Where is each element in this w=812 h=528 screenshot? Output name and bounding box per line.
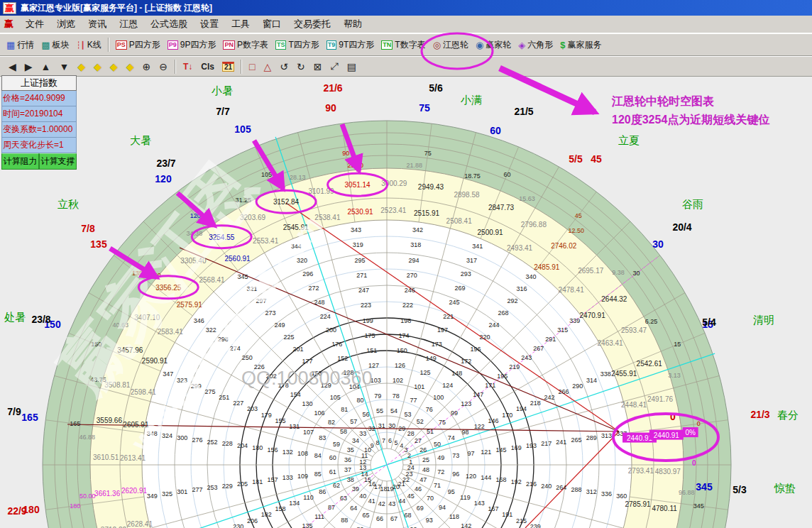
board-button[interactable]: ▤: [343, 60, 361, 73]
svg-text:60: 60: [329, 454, 336, 461]
triangle-tool-button[interactable]: △: [260, 60, 276, 73]
svg-text:198: 198: [400, 317, 411, 324]
svg-text:2500.91: 2500.91: [478, 229, 504, 236]
svg-text:29: 29: [398, 425, 405, 432]
svg-text:171: 171: [485, 382, 495, 389]
app-logo-icon: 赢: [3, 2, 16, 14]
diamond-up-button[interactable]: ◆: [106, 60, 122, 73]
svg-text:4: 4: [400, 442, 403, 449]
diamond-down-button[interactable]: ◆: [122, 60, 138, 73]
svg-text:146: 146: [488, 417, 499, 424]
toolbar-t-table[interactable]: TNT数字表: [378, 38, 429, 53]
menu-item-formula-picker[interactable]: 公式选股: [144, 16, 194, 32]
svg-text:147: 147: [473, 391, 483, 398]
toolbar-9t-square[interactable]: T99T四方形: [323, 38, 378, 53]
svg-text:2: 2: [407, 452, 411, 459]
svg-text:346: 346: [194, 317, 204, 324]
svg-text:121: 121: [481, 449, 491, 456]
svg-text:6.25: 6.25: [645, 318, 658, 325]
zoom-in-button[interactable]: ⊕: [138, 60, 155, 73]
svg-text:124: 124: [442, 382, 453, 389]
menu-item-trade[interactable]: 交易委托: [287, 16, 337, 32]
next-button[interactable]: ▶: [21, 60, 37, 73]
svg-text:192: 192: [511, 478, 522, 485]
svg-text:61: 61: [329, 468, 336, 475]
rotate-ccw-button[interactable]: ↺: [275, 60, 292, 73]
svg-text:317: 317: [466, 257, 477, 264]
zoom-out-button[interactable]: ⊖: [155, 60, 172, 73]
prev-button[interactable]: ◀: [4, 60, 21, 73]
diamond-right-button[interactable]: ◆: [89, 60, 106, 73]
svg-text:56: 56: [363, 411, 370, 418]
svg-text:26: 26: [419, 446, 427, 453]
svg-text:264: 264: [556, 484, 566, 491]
svg-text:273: 273: [265, 309, 275, 317]
svg-text:313: 313: [601, 432, 612, 439]
down-button[interactable]: ▼: [55, 60, 73, 73]
t-line-button[interactable]: T↓: [179, 61, 197, 72]
svg-text:立秋: 立秋: [57, 198, 79, 210]
toolbar-p-square[interactable]: PSP四方形: [112, 38, 164, 53]
menu-item-gann[interactable]: 江恩: [113, 16, 144, 32]
toolbar-p-table[interactable]: PNP数字表: [219, 38, 272, 53]
svg-text:68: 68: [404, 512, 411, 519]
menu-item-news[interactable]: 资讯: [82, 16, 113, 32]
toolbar-hexagon[interactable]: ◈六角形: [515, 38, 556, 53]
toolbar-gann-wheel[interactable]: ◎江恩轮: [429, 38, 472, 53]
cls-button[interactable]: Cls: [197, 61, 219, 72]
drawing-toolbar: ◀ ▶ ▲ ▼ ◆ ◆ ◆ ◆ ⊕ ⊖ T↓ Cls 21 □ △ ↺ ↻ ⊠ …: [0, 56, 812, 77]
svg-text:293: 293: [461, 270, 471, 277]
svg-text:349: 349: [147, 493, 158, 500]
up-button[interactable]: ▲: [37, 60, 55, 73]
svg-text:2620.91: 2620.91: [121, 487, 148, 495]
toolbar-winner-wheel[interactable]: ◉赢家轮: [472, 38, 515, 53]
svg-text:2847.73: 2847.73: [488, 204, 515, 211]
menu-item-tools[interactable]: 工具: [225, 16, 256, 32]
svg-text:50.00: 50.00: [79, 493, 96, 500]
toolbar-winner-service[interactable]: $赢家服务: [556, 38, 605, 53]
svg-text:2440.91: 2440.91: [654, 431, 680, 439]
menu-item-browse[interactable]: 浏览: [50, 16, 82, 32]
toolbar-9p-square[interactable]: P99P四方形: [164, 38, 220, 53]
svg-text:144: 144: [481, 474, 491, 481]
menu-item-file[interactable]: 文件: [19, 16, 50, 32]
svg-text:75: 75: [439, 419, 446, 426]
menu-item-settings[interactable]: 设置: [194, 16, 225, 32]
svg-text:101: 101: [414, 383, 424, 390]
toolbar-t-square[interactable]: TST四方形: [272, 38, 323, 53]
svg-text:105: 105: [330, 394, 341, 401]
svg-text:2898.58: 2898.58: [454, 191, 480, 199]
svg-text:53: 53: [404, 411, 411, 418]
toolbar-quotes[interactable]: ▦行情: [3, 38, 38, 53]
sectors-icon: ▩: [41, 40, 50, 50]
svg-text:288: 288: [571, 486, 582, 493]
square-tool-button[interactable]: □: [245, 60, 259, 73]
diamond-left-button[interactable]: ◆: [73, 60, 89, 73]
menu-item-window[interactable]: 窗口: [256, 16, 287, 32]
svg-text:111: 111: [314, 513, 324, 520]
svg-text:345: 345: [693, 502, 704, 510]
rotate-cw-button[interactable]: ↻: [292, 60, 309, 73]
box-x-button[interactable]: ⊠: [309, 60, 327, 73]
svg-text:130: 130: [302, 400, 313, 407]
svg-text:195: 195: [497, 373, 508, 380]
calc-support-button[interactable]: 计算支撑: [39, 153, 77, 170]
svg-text:134: 134: [289, 500, 300, 507]
expand-button[interactable]: ⤢: [326, 60, 342, 73]
toolbar-sectors[interactable]: ▩板块: [38, 38, 72, 53]
svg-text:31: 31: [378, 422, 385, 429]
calc-resistance-button[interactable]: 计算阻力: [1, 153, 39, 170]
toolbar-kline[interactable]: ┆┃K线: [73, 38, 105, 53]
svg-text:2613.41: 2613.41: [120, 454, 146, 462]
svg-text:194: 194: [516, 405, 527, 412]
svg-text:295: 295: [355, 257, 366, 264]
calendar-button[interactable]: 21: [222, 62, 234, 72]
instrument-name: 上证指数: [1, 75, 77, 91]
svg-text:227: 227: [233, 400, 243, 407]
svg-text:95: 95: [448, 488, 455, 495]
svg-text:126: 126: [395, 362, 405, 369]
menu-item-help[interactable]: 帮助: [337, 16, 368, 32]
svg-text:78: 78: [393, 392, 400, 400]
svg-text:217: 217: [541, 440, 552, 447]
svg-text:205: 205: [237, 480, 248, 488]
